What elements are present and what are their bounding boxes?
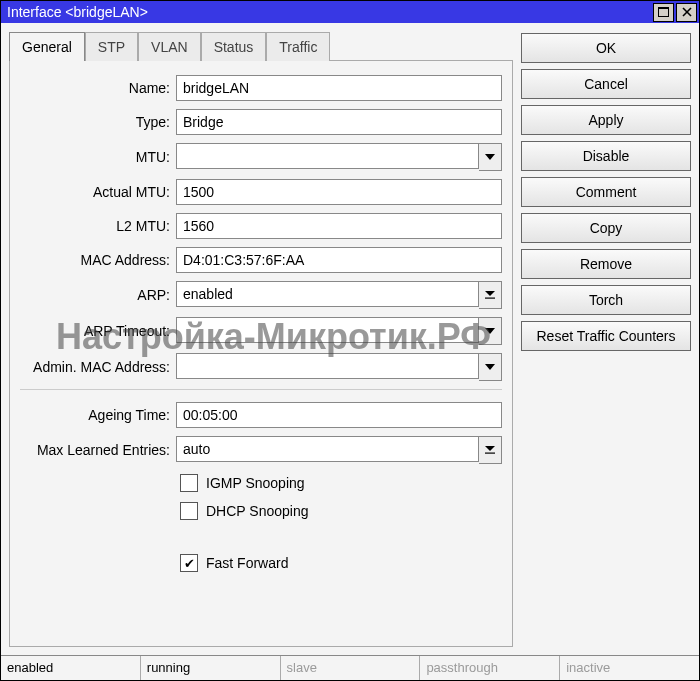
admin-mac-label: Admin. MAC Address: [20, 359, 170, 375]
tab-traffic[interactable]: Traffic [266, 32, 330, 61]
disable-button[interactable]: Disable [521, 141, 691, 171]
l2-mtu-label: L2 MTU: [20, 218, 170, 234]
apply-button[interactable]: Apply [521, 105, 691, 135]
mtu-label: MTU: [20, 149, 170, 165]
arp-dropdown-button[interactable] [479, 281, 502, 309]
fast-forward-row[interactable]: Fast Forward [180, 554, 502, 572]
status-slave: slave [281, 656, 421, 680]
tab-stp[interactable]: STP [85, 32, 138, 61]
dhcp-snooping-label: DHCP Snooping [206, 503, 308, 519]
status-passthrough: passthrough [420, 656, 560, 680]
cancel-button[interactable]: Cancel [521, 69, 691, 99]
mac-input[interactable] [176, 247, 502, 273]
mtu-dropdown-button[interactable] [479, 143, 502, 171]
ok-button[interactable]: OK [521, 33, 691, 63]
copy-button[interactable]: Copy [521, 213, 691, 243]
svg-marker-4 [485, 154, 495, 160]
igmp-snooping-row[interactable]: IGMP Snooping [180, 474, 502, 492]
status-running: running [141, 656, 281, 680]
dhcp-snooping-row[interactable]: DHCP Snooping [180, 502, 502, 520]
window-body: General STP VLAN Status Traffic Name: Ty… [1, 23, 699, 655]
status-bar: enabled running slave passthrough inacti… [1, 655, 699, 680]
remove-button[interactable]: Remove [521, 249, 691, 279]
comment-button[interactable]: Comment [521, 177, 691, 207]
actual-mtu-input[interactable] [176, 179, 502, 205]
svg-marker-9 [485, 446, 495, 451]
actual-mtu-label: Actual MTU: [20, 184, 170, 200]
svg-rect-1 [658, 7, 669, 9]
svg-marker-8 [485, 364, 495, 370]
name-label: Name: [20, 80, 170, 96]
name-input[interactable] [176, 75, 502, 101]
tab-strip: General STP VLAN Status Traffic [9, 31, 513, 60]
button-column: OK Cancel Apply Disable Comment Copy Rem… [521, 31, 691, 647]
igmp-snooping-label: IGMP Snooping [206, 475, 305, 491]
svg-rect-6 [485, 298, 495, 299]
type-label: Type: [20, 114, 170, 130]
separator [20, 389, 502, 390]
arp-label: ARP: [20, 287, 170, 303]
svg-marker-5 [485, 291, 495, 296]
interface-window: Interface <bridgeLAN> General STP VLAN S… [0, 0, 700, 681]
mtu-input[interactable] [176, 143, 479, 169]
svg-marker-7 [485, 328, 495, 334]
torch-button[interactable]: Torch [521, 285, 691, 315]
tab-status[interactable]: Status [201, 32, 267, 61]
tab-pane-general: Name: Type: MTU: Actual MTU: [9, 60, 513, 647]
fast-forward-checkbox[interactable] [180, 554, 198, 572]
titlebar: Interface <bridgeLAN> [1, 1, 699, 23]
arp-select[interactable] [176, 281, 479, 307]
admin-mac-dropdown-button[interactable] [479, 353, 502, 381]
left-pane: General STP VLAN Status Traffic Name: Ty… [9, 31, 513, 647]
close-button[interactable] [676, 3, 697, 22]
status-enabled: enabled [1, 656, 141, 680]
max-learned-input[interactable] [176, 436, 479, 462]
reset-traffic-button[interactable]: Reset Traffic Counters [521, 321, 691, 351]
tab-vlan[interactable]: VLAN [138, 32, 201, 61]
arp-timeout-input[interactable] [176, 317, 479, 343]
titlebar-buttons [653, 3, 697, 22]
ageing-input[interactable] [176, 402, 502, 428]
mac-label: MAC Address: [20, 252, 170, 268]
l2-mtu-input[interactable] [176, 213, 502, 239]
arp-timeout-label: ARP Timeout: [20, 323, 170, 339]
ageing-label: Ageing Time: [20, 407, 170, 423]
maximize-button[interactable] [653, 3, 674, 22]
arp-timeout-dropdown-button[interactable] [479, 317, 502, 345]
max-learned-label: Max Learned Entries: [20, 442, 170, 458]
igmp-snooping-checkbox[interactable] [180, 474, 198, 492]
tab-general[interactable]: General [9, 32, 85, 61]
svg-rect-10 [485, 453, 495, 454]
admin-mac-input[interactable] [176, 353, 479, 379]
max-learned-dropdown-button[interactable] [479, 436, 502, 464]
fast-forward-label: Fast Forward [206, 555, 288, 571]
window-title: Interface <bridgeLAN> [7, 4, 653, 20]
type-input[interactable] [176, 109, 502, 135]
status-inactive: inactive [560, 656, 699, 680]
dhcp-snooping-checkbox[interactable] [180, 502, 198, 520]
